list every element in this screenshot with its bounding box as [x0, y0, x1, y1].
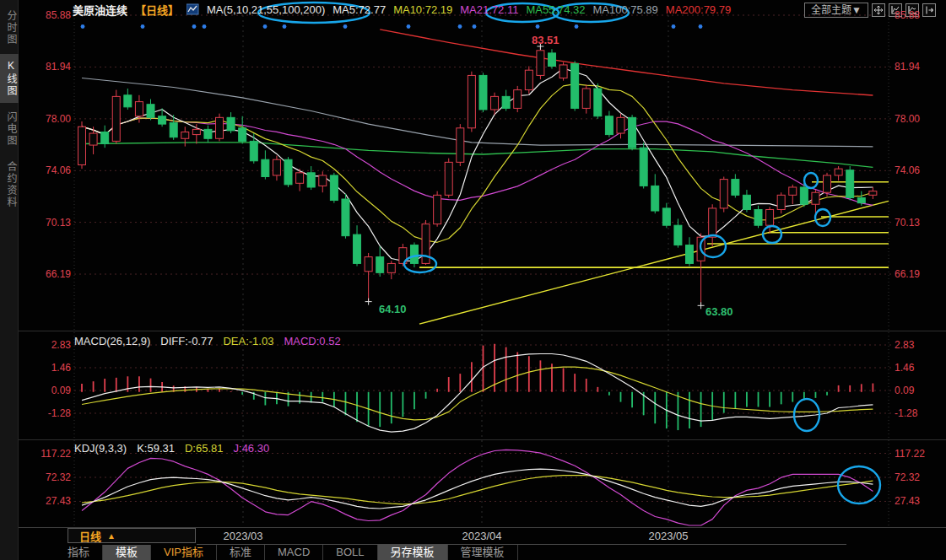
- tab-macd[interactable]: MACD: [265, 545, 323, 560]
- axis-label: 81.94: [24, 61, 71, 73]
- chart-header: 美原油连续【日线】 MA(5,10,21,55,100,200) MA5:72.…: [73, 2, 731, 17]
- sidebar-item-timeline[interactable]: 分时图: [0, 4, 19, 51]
- axis-label: 72.32: [895, 471, 920, 483]
- theme-dropdown-button[interactable]: 全部主题▼: [804, 3, 868, 18]
- date-axis-label: 2023/04: [452, 530, 511, 542]
- axis-label: 81.94: [895, 61, 920, 73]
- ma200-value: MA200:79.79: [666, 3, 731, 16]
- ma5-value: MA5:72.77: [332, 3, 386, 16]
- ma55-value: MA55:74.32: [526, 3, 585, 16]
- macd-hist-value: MACD:0.52: [284, 335, 340, 347]
- axis-label: 66.19: [24, 268, 71, 280]
- tab-manage-templates[interactable]: 管理模板: [448, 545, 518, 560]
- triangle-up-icon: ▲: [107, 531, 116, 541]
- kdj-title: KDJ(9,3,3): [74, 442, 127, 455]
- axis-label: 27.43: [24, 495, 71, 507]
- date-axis-label: 2023/05: [639, 530, 698, 542]
- bottom-tab-bar: 指标 模板 VIP指标 标准 MACD BOLL 另存模板 管理模板: [55, 545, 518, 560]
- axis-label: 78.00: [24, 113, 71, 125]
- ma21-value: MA21:72.11: [460, 3, 518, 16]
- tab-standard[interactable]: 标准: [217, 545, 265, 560]
- panel-separator: [19, 439, 946, 440]
- tab-save-template[interactable]: 另存模板: [378, 545, 448, 560]
- axis-label: 78.00: [895, 113, 920, 125]
- symbol-title: 美原油连续: [73, 2, 127, 18]
- low-price-label-2: 63.80: [705, 305, 733, 318]
- panel-separator: [19, 331, 946, 331]
- axis-label: 2.83: [895, 339, 914, 351]
- macd-dea-value: DEA:-1.03: [223, 335, 273, 347]
- ma-chart-icon: [186, 3, 199, 15]
- move-panes-icon[interactable]: [872, 3, 885, 17]
- kdj-d-value: D:65.81: [185, 442, 224, 455]
- axis-label: 117.22: [24, 448, 71, 460]
- period-selector[interactable]: 日线 ▲: [68, 528, 196, 543]
- period-tag: 【日线】: [135, 2, 179, 18]
- axis-label: -1.28: [24, 407, 71, 419]
- axis-label: -1.28: [895, 407, 917, 419]
- chart-canvas[interactable]: [0, 0, 946, 560]
- axis-label: 74.06: [24, 164, 71, 176]
- axis-label: 2.83: [24, 339, 71, 351]
- sidebar-item-flash[interactable]: 闪电图: [0, 105, 19, 153]
- axis-label: 66.19: [895, 268, 920, 280]
- period-label: 日线: [79, 528, 101, 544]
- axis-label: 85.88: [24, 9, 71, 21]
- ma-settings-label: MA(5,10,21,55,100,200): [207, 3, 325, 16]
- expand-panel-icon[interactable]: [922, 3, 936, 17]
- macd-panel-header: MACD(26,12,9) DIFF:-0.77 DEA:-1.03 MACD:…: [74, 335, 341, 347]
- date-axis-label: 2023/03: [214, 530, 273, 542]
- sidebar: 分时图 K线图 闪电图 合约资料: [0, 0, 19, 560]
- axis-label: 72.32: [24, 471, 71, 483]
- axis-label: 74.06: [895, 164, 920, 176]
- kdj-j-value: J:46.30: [234, 442, 270, 455]
- tab-vip-indicators[interactable]: VIP指标: [151, 545, 217, 560]
- axis-label: 0.09: [895, 385, 914, 396]
- axis-label: 0.09: [24, 385, 71, 396]
- ma100-value: MA100:75.89: [592, 3, 657, 16]
- kdj-panel-header: KDJ(9,3,3) K:59.31 D:65.81 J:46.30: [74, 442, 269, 455]
- axis-label: 1.46: [895, 362, 914, 374]
- app-window: 分时图 K线图 闪电图 合约资料 美原油连续【日线】 MA(5,10,21,55…: [0, 0, 946, 560]
- tab-boll[interactable]: BOLL: [323, 545, 377, 560]
- axis-label: 85.88: [895, 9, 920, 21]
- axis-label: 27.43: [895, 495, 920, 507]
- sidebar-item-kline[interactable]: K线图: [0, 54, 19, 103]
- ma10-value: MA10:72.19: [393, 3, 452, 16]
- axis-label: 1.46: [24, 362, 71, 374]
- macd-diff-value: DIFF:-0.77: [160, 335, 213, 347]
- low-price-label-1: 64.10: [379, 303, 407, 315]
- sidebar-item-contract-info[interactable]: 合约资料: [0, 155, 19, 214]
- axis-label: 70.13: [895, 217, 920, 229]
- macd-title: MACD(26,12,9): [74, 335, 150, 347]
- peak-price-label: 83.51: [532, 34, 559, 46]
- axis-label: 70.13: [24, 217, 71, 229]
- tab-templates[interactable]: 模板: [103, 545, 151, 560]
- axis-label: 117.22: [895, 448, 925, 460]
- tab-indicators[interactable]: 指标: [55, 545, 103, 560]
- kdj-k-value: K:59.31: [137, 442, 175, 455]
